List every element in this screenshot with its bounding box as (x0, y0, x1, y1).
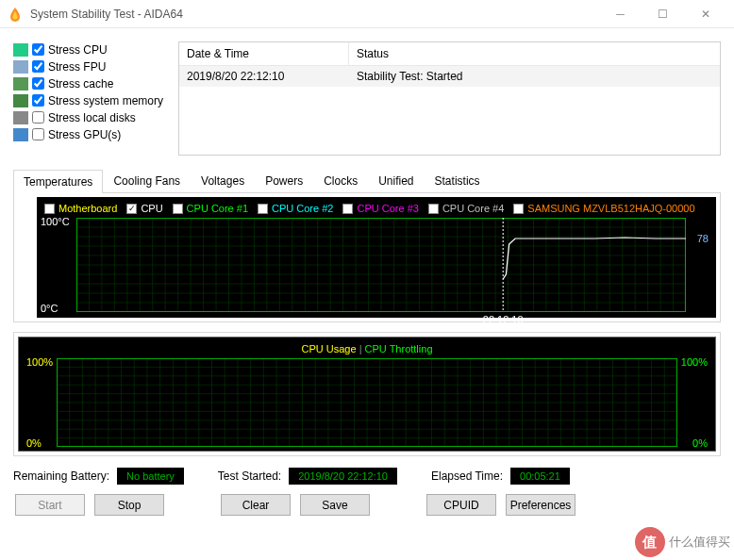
tab-voltages[interactable]: Voltages (191, 169, 255, 192)
preferences-button[interactable]: Preferences (506, 494, 576, 516)
usage-chart: 100% 0% 100% 0% (57, 358, 677, 447)
stress-item: Stress FPU (13, 58, 169, 74)
stress-item: Stress CPU (13, 41, 169, 58)
cpu-usage-panel: CPU Usage | CPU Throttling 100% 0% 100% … (13, 332, 721, 456)
legend-label: CPU Core #4 (442, 203, 504, 214)
current-value: 78 (697, 233, 709, 244)
app-icon (8, 7, 23, 22)
log-header-datetime[interactable]: Date & Time (179, 42, 349, 65)
save-button[interactable]: Save (300, 494, 370, 516)
titlebar: System Stability Test - AIDA64 ─ ☐ ✕ (0, 0, 734, 28)
legend-item[interactable]: CPU Core #2 (258, 203, 333, 214)
battery-label: Remaining Battery: (13, 469, 109, 483)
legend-checkbox[interactable]: ✓ (126, 204, 137, 214)
legend-label: CPU Core #2 (272, 203, 333, 214)
legend-label: CPU (141, 203, 162, 214)
legend-item[interactable]: CPU Core #3 (342, 203, 418, 214)
stress-icon (13, 77, 28, 91)
stress-options: Stress CPUStress FPUStress cacheStress s… (13, 41, 169, 156)
stress-item: Stress local disks (13, 109, 169, 125)
tab-bar: TemperaturesCooling FansVoltagesPowersCl… (13, 169, 721, 193)
legend-checkbox[interactable] (258, 204, 268, 214)
stress-item: Stress system memory (13, 92, 169, 108)
log-row[interactable]: 2019/8/20 22:12:10Stability Test: Starte… (179, 66, 720, 87)
temperature-chart: 100°C 0°C 78 (76, 218, 686, 312)
started-value: 2019/8/20 22:12:10 (289, 468, 397, 485)
close-button[interactable]: ✕ (684, 0, 726, 28)
legend-checkbox[interactable] (44, 204, 55, 214)
stress-label[interactable]: Stress CPU (48, 43, 108, 57)
stress-icon (13, 60, 28, 74)
elapsed-label: Elapsed Time: (431, 469, 503, 483)
stress-icon (13, 94, 28, 107)
log-status: Stability Test: Started (349, 66, 720, 87)
legend: Motherboard✓CPUCPU Core #1CPU Core #2CPU… (41, 201, 709, 218)
legend-item[interactable]: Motherboard (44, 203, 117, 214)
stress-item: Stress GPU(s) (13, 126, 169, 142)
legend-checkbox[interactable] (513, 204, 524, 214)
legend-item[interactable]: ✓CPU (126, 203, 162, 214)
stress-checkbox[interactable] (32, 77, 44, 90)
stress-checkbox[interactable] (32, 43, 44, 56)
y-axis-bottom: 0°C (41, 303, 58, 314)
legend-label: Motherboard (58, 203, 117, 214)
legend-checkbox[interactable] (342, 204, 353, 214)
watermark: 值什么值得买 (630, 524, 734, 560)
stress-checkbox[interactable] (32, 111, 44, 124)
legend-item[interactable]: CPU Core #1 (173, 203, 248, 214)
elapsed-value: 00:05:21 (510, 468, 570, 485)
maximize-button[interactable]: ☐ (642, 0, 684, 28)
legend-checkbox[interactable] (173, 204, 183, 214)
stress-checkbox[interactable] (32, 128, 44, 140)
legend-checkbox[interactable] (428, 204, 439, 214)
stress-checkbox[interactable] (32, 60, 44, 73)
started-label: Test Started: (218, 469, 281, 483)
stress-checkbox[interactable] (32, 94, 44, 107)
tab-unified[interactable]: Unified (368, 169, 424, 192)
stress-icon (13, 128, 28, 141)
log-header-status[interactable]: Status (349, 42, 720, 65)
stress-label[interactable]: Stress system memory (48, 94, 163, 107)
legend-label: CPU Core #1 (187, 203, 248, 214)
tab-statistics[interactable]: Statistics (425, 169, 491, 192)
log-table: Date & Time Status 2019/8/20 22:12:10Sta… (178, 41, 721, 156)
stress-label[interactable]: Stress FPU (48, 60, 106, 74)
tab-clocks[interactable]: Clocks (313, 169, 368, 192)
window-title: System Stability Test - AIDA64 (30, 8, 599, 21)
stop-button[interactable]: Stop (94, 494, 164, 516)
stress-label[interactable]: Stress GPU(s) (48, 128, 121, 141)
graph-sidebar (18, 197, 37, 318)
stress-label[interactable]: Stress cache (48, 77, 113, 91)
stress-icon (13, 43, 28, 57)
minimize-button[interactable]: ─ (599, 0, 642, 28)
clear-button[interactable]: Clear (221, 494, 291, 516)
stress-item: Stress cache (13, 75, 169, 91)
battery-value: No battery (117, 468, 184, 485)
temperature-graph-panel: Motherboard✓CPUCPU Core #1CPU Core #2CPU… (13, 193, 721, 322)
log-empty-area (179, 87, 720, 155)
tab-temperatures[interactable]: Temperatures (13, 170, 103, 193)
legend-label: SAMSUNG MZVLB512HAJQ-00000 (527, 203, 694, 214)
legend-label: CPU Core #3 (357, 203, 418, 214)
status-bar: Remaining Battery: No battery Test Start… (13, 468, 721, 485)
cpuid-button[interactable]: CPUID (426, 494, 496, 516)
y-axis-top: 100°C (41, 216, 70, 227)
tab-cooling-fans[interactable]: Cooling Fans (103, 169, 191, 192)
tab-powers[interactable]: Powers (255, 169, 313, 192)
usage-chart-title: CPU Usage | CPU Throttling (26, 341, 708, 358)
log-datetime: 2019/8/20 22:12:10 (179, 66, 349, 87)
stress-icon (13, 111, 28, 124)
start-button[interactable]: Start (15, 494, 85, 516)
legend-item[interactable]: SAMSUNG MZVLB512HAJQ-00000 (513, 203, 694, 214)
stress-label[interactable]: Stress local disks (48, 111, 136, 124)
button-bar: Start Stop Clear Save CPUID Preferences (13, 494, 721, 516)
legend-item[interactable]: CPU Core #4 (428, 203, 504, 214)
